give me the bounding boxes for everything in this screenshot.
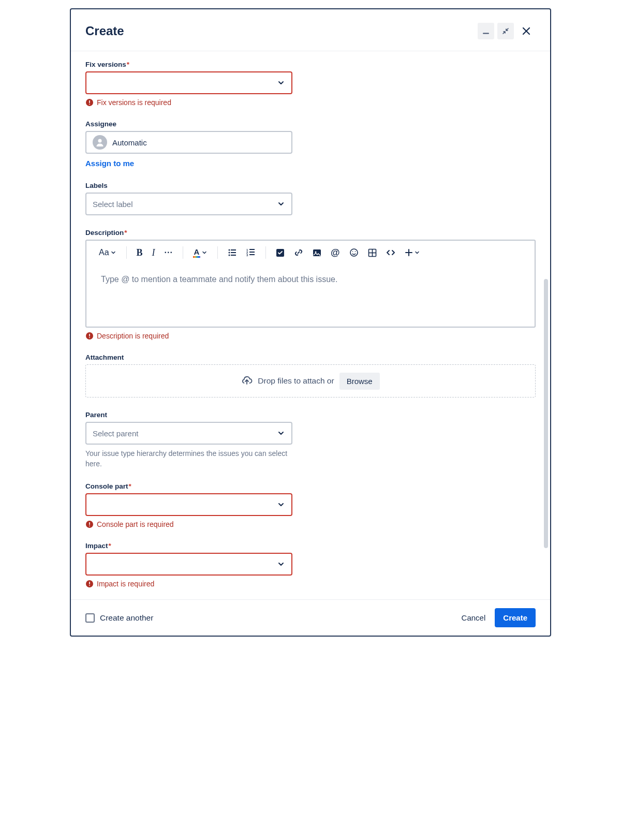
checklist-button[interactable] [274, 247, 287, 258]
code-icon [386, 248, 395, 257]
chevron-down-icon [110, 249, 116, 256]
svg-rect-10 [231, 252, 236, 253]
close-button[interactable] [517, 22, 536, 40]
italic-button[interactable]: I [150, 246, 157, 259]
svg-rect-18 [249, 254, 255, 255]
image-button[interactable] [310, 247, 323, 258]
svg-rect-5 [89, 104, 90, 105]
shrink-icon [501, 27, 510, 35]
bold-button[interactable]: B [135, 246, 145, 259]
modal-header: Create [71, 9, 550, 51]
modal-body: Fix versions* Fix versions is required A… [71, 51, 550, 599]
svg-rect-8 [231, 249, 236, 250]
browse-button[interactable]: Browse [339, 373, 380, 390]
footer-actions: Cancel Create [462, 608, 536, 627]
console-part-error-text: Console part is required [97, 520, 174, 528]
more-formatting-button[interactable]: ··· [162, 247, 175, 258]
create-another-label: Create another [100, 613, 153, 623]
chevron-down-icon [277, 560, 285, 568]
error-icon [85, 98, 94, 107]
field-console-part: Console part* Console part is required [85, 482, 536, 528]
assignee-value: Automatic [112, 138, 147, 147]
fix-versions-label: Fix versions* [85, 61, 536, 68]
parent-label: Parent [85, 411, 536, 419]
description-textarea[interactable]: Type @ to mention a teammate and notify … [86, 264, 535, 327]
close-icon [521, 26, 531, 36]
exit-fullscreen-button[interactable] [497, 23, 514, 39]
scrollbar-thumb[interactable] [544, 279, 548, 548]
create-button[interactable]: Create [495, 608, 536, 627]
svg-point-11 [228, 255, 230, 256]
bulleted-list-button[interactable] [226, 247, 239, 258]
smiley-icon [349, 248, 359, 257]
image-icon [313, 248, 321, 257]
text-style-label: Aa [99, 248, 109, 257]
dropzone-text: Drop files to attach or [258, 376, 334, 386]
svg-point-6 [98, 139, 102, 143]
attachment-dropzone[interactable]: Drop files to attach or Browse [85, 364, 536, 397]
mention-button[interactable]: @ [329, 246, 342, 259]
error-icon [85, 332, 94, 340]
code-button[interactable] [384, 247, 397, 258]
text-color-button[interactable]: A [191, 247, 210, 259]
impact-select[interactable] [85, 553, 292, 576]
text-style-button[interactable]: Aa [97, 247, 119, 258]
description-error-text: Description is required [97, 332, 169, 340]
create-another-checkbox[interactable] [85, 613, 95, 623]
svg-text:3: 3 [246, 254, 248, 257]
required-star: * [109, 542, 111, 550]
assignee-label: Assignee [85, 120, 536, 128]
chevron-down-icon [277, 79, 285, 87]
fix-versions-select[interactable] [85, 71, 292, 94]
header-actions [478, 22, 536, 40]
attachment-label: Attachment [85, 353, 536, 361]
numbered-list-button[interactable]: 123 [244, 247, 258, 258]
chevron-down-icon [414, 249, 420, 256]
svg-rect-12 [231, 255, 236, 256]
labels-select[interactable]: Select label [85, 193, 292, 215]
field-description: Description* Aa B I ··· [85, 229, 536, 340]
chevron-down-icon [277, 200, 285, 208]
plus-icon [405, 248, 413, 257]
console-part-select[interactable] [85, 493, 292, 516]
field-impact: Impact* Impact is required [85, 542, 536, 588]
toolbar-separator [265, 246, 266, 259]
field-labels: Labels Select label [85, 182, 536, 215]
fix-versions-error-text: Fix versions is required [97, 98, 171, 107]
description-label: Description* [85, 229, 536, 237]
console-part-error: Console part is required [85, 520, 536, 528]
description-editor: Aa B I ··· A [85, 240, 536, 328]
parent-select[interactable]: Select parent [85, 422, 292, 445]
person-icon [95, 137, 105, 148]
svg-rect-34 [89, 522, 90, 525]
assignee-select[interactable]: Automatic [85, 131, 292, 154]
assign-to-me-link[interactable]: Assign to me [85, 159, 134, 168]
svg-rect-4 [89, 100, 90, 103]
toolbar-separator [126, 246, 127, 259]
link-icon [294, 248, 303, 257]
create-issue-modal: Create Fix versions* [70, 8, 551, 637]
svg-point-9 [228, 252, 230, 254]
emoji-button[interactable] [347, 247, 361, 258]
link-button[interactable] [292, 247, 305, 258]
field-fix-versions: Fix versions* Fix versions is required [85, 61, 536, 107]
svg-point-23 [352, 251, 353, 252]
labels-placeholder: Select label [93, 200, 133, 209]
insert-more-button[interactable] [403, 247, 422, 258]
svg-point-24 [354, 251, 356, 252]
avatar [93, 135, 107, 150]
error-icon [85, 580, 94, 588]
create-another-checkbox-row[interactable]: Create another [85, 613, 153, 623]
modal-title: Create [85, 24, 124, 38]
bullet-list-icon [228, 248, 237, 257]
chevron-down-icon [201, 249, 208, 256]
parent-placeholder: Select parent [93, 429, 138, 438]
console-part-label-text: Console part [85, 482, 128, 490]
description-label-text: Description [85, 229, 124, 237]
svg-rect-38 [89, 585, 90, 586]
description-error: Description is required [85, 332, 536, 340]
cancel-button[interactable]: Cancel [462, 613, 486, 622]
table-button[interactable] [366, 247, 379, 258]
minimize-button[interactable] [478, 23, 494, 39]
svg-rect-32 [89, 337, 90, 338]
